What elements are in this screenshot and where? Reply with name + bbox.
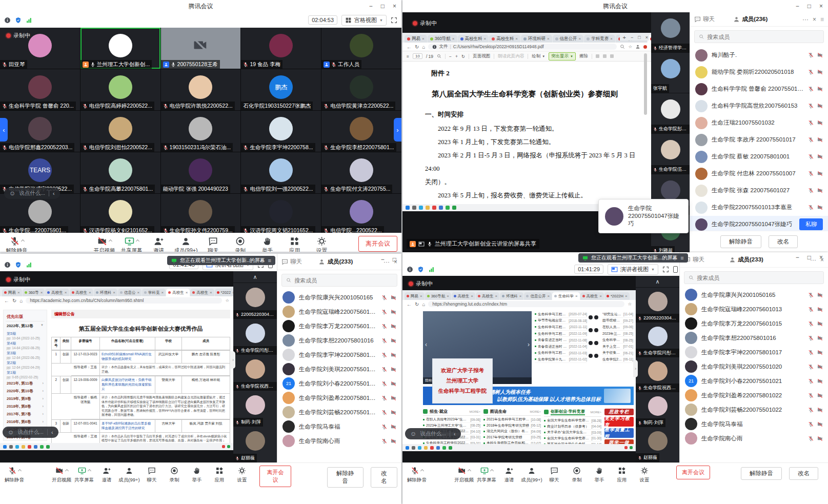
member-row[interactable]: 生命学院刘盈希220075801022	[680, 388, 828, 402]
toolbar-button[interactable]: 设置	[308, 236, 335, 252]
search-input[interactable]	[707, 34, 819, 40]
video-tile[interactable]: 2007550128王希	[161, 28, 241, 69]
news-item[interactable]: 毕节市电视台宣传网报到现场“与你童行...[2018-08-18]	[535, 318, 587, 325]
wechat-icon[interactable]	[40, 445, 44, 449]
more-tools-icon[interactable]	[610, 54, 614, 58]
leave-meeting-button[interactable]: 离开会议	[358, 236, 397, 252]
minimize-button[interactable]: −	[369, 3, 373, 10]
browser-tab[interactable]: 360导航×	[428, 35, 457, 43]
maximize-button[interactable]: □	[393, 256, 396, 263]
promo-banner[interactable]: 两学一做	[604, 439, 634, 444]
wechat-icon[interactable]	[446, 206, 450, 210]
toolbar-button[interactable]: 聊天	[140, 466, 163, 483]
home-icon[interactable]: ⌂	[19, 298, 23, 304]
volume-toggle[interactable]: 2022年, 第12卷▼	[6, 321, 45, 331]
search-icon[interactable]	[9, 445, 13, 449]
member-row[interactable]: 生命学院寇瑞峰220075601013	[277, 305, 401, 319]
app-blue-icon[interactable]	[436, 446, 440, 450]
fullscreen-icon[interactable]	[391, 17, 397, 24]
browser-tab[interactable]: 学科竞赛×	[584, 35, 615, 43]
browser-tab[interactable]: 网易×	[2, 289, 22, 296]
news-item[interactable]: “研究生论坛”暨“青年教...[11-04]	[602, 311, 633, 318]
rename-button[interactable]: 改名	[769, 235, 798, 248]
browser-tab[interactable]: 高校生×	[580, 292, 604, 300]
close-button[interactable]: ×	[393, 3, 396, 10]
issue-link[interactable]: 第2期 pp: 12-64 (2022-04-29)	[6, 360, 45, 370]
app-blue-icon[interactable]	[439, 206, 443, 210]
pdf-search-icon[interactable]	[437, 54, 441, 58]
browser-tab[interactable]: 信息公开×	[524, 292, 552, 300]
browser-tab[interactable]: 环境科研×	[521, 35, 552, 43]
unmute-button[interactable]: 解除静音	[327, 467, 363, 488]
erase-button[interactable]: 擦除	[579, 53, 588, 59]
edge-icon[interactable]	[418, 446, 421, 450]
member-row[interactable]: 生命学院康兴兴2001050165	[680, 288, 828, 302]
browser-tab[interactable]: 学科竞×	[142, 289, 166, 296]
video-tile[interactable]: 兰州理工大学创新创...	[80, 28, 160, 69]
member-row[interactable]: 21 生命学院刘小春220075501021	[680, 374, 828, 388]
reload-icon[interactable]: ↻	[415, 301, 419, 307]
news-item[interactable]: 生命学院2020级研究生（生...[06-11]	[602, 356, 633, 363]
rotate-icon[interactable]: ↻	[461, 54, 465, 59]
video-thumbnail[interactable]: 制药·刘萍	[233, 391, 277, 427]
video-tile[interactable]: 电信学院高婷婷2200522...	[80, 69, 160, 110]
issue-link[interactable]: 第5期 pp: 10-64 (2022-10-25)	[6, 331, 45, 340]
browser-minimize-button[interactable]: −	[631, 35, 633, 40]
toolbar-button[interactable]: 录制	[566, 466, 588, 483]
news-item[interactable]: 2023年兰州理工大学“生物...[08-25]	[602, 331, 633, 337]
news-item[interactable]: 生命科学与工程学院举办第十七期“研究...[2022-11-09]	[535, 331, 587, 337]
member-row[interactable]: 生命学院刘盈希220075801022	[277, 391, 401, 405]
video-thumbnail[interactable]: 赵丽薇	[233, 427, 277, 462]
toolbar-button[interactable]: 开启视频	[50, 466, 73, 483]
toolbar-button[interactable]: 设置	[633, 466, 656, 483]
news-item[interactable]: 本科生导师制工作目标和导师...[12-07]	[483, 440, 541, 444]
chrome-icon[interactable]	[430, 446, 434, 450]
tab-close-icon[interactable]: ×	[422, 36, 425, 41]
search-input[interactable]	[294, 277, 393, 284]
toolbar-button[interactable]: 邀请	[145, 236, 172, 252]
home-icon[interactable]: ⌂	[422, 301, 425, 307]
highlight-button[interactable]: 突出显示▼	[549, 52, 576, 61]
browser-tab[interactable]: 信息公×	[118, 289, 142, 296]
video-thumbnail[interactable]: 赵丽薇	[636, 427, 679, 462]
browser-tab[interactable]: 高校生×	[452, 292, 475, 300]
member-row[interactable]: 生命科学学院 曾馨俞 220075501044	[690, 80, 828, 97]
issue-link[interactable]: 第4期 pp: 14-64 (2022-08-25)	[6, 340, 45, 350]
collapse-chevron-icon[interactable]: ‹	[51, 429, 53, 435]
toolbar-button[interactable]: 解除静音	[3, 236, 30, 252]
toolbar-button[interactable]: 成员(99+)	[172, 236, 199, 252]
video-thumbnail[interactable]: 张宇航	[651, 53, 690, 93]
toolbar-button[interactable]: 解除静音	[3, 466, 26, 483]
video-tile[interactable]: 工作人员	[321, 28, 401, 69]
news-item[interactable]: 2017年学院考研光荣榜[03-25]	[483, 435, 541, 441]
read-aloud-button[interactable]: 朗读此页内容	[498, 53, 524, 59]
news-item[interactable]: 生命科学与工程学院举办第十八期“研究...[2022-11-11]	[535, 324, 587, 331]
app-green-icon[interactable]	[46, 445, 50, 449]
chrome-icon[interactable]	[28, 445, 31, 449]
chat-quick-input[interactable]: ☺ 说点什么...‹	[4, 188, 60, 199]
browser-tab[interactable]: 环境科×	[94, 289, 117, 296]
member-row[interactable]: 生命学院 张森 220075601027	[690, 182, 828, 199]
tray-red-icon[interactable]	[222, 445, 225, 448]
member-row[interactable]: 生命学院 蔡敏 220075801001	[690, 148, 828, 165]
panel-menu-icon[interactable]: ≡	[820, 16, 824, 23]
toolbar-button[interactable]: 应用	[611, 466, 633, 483]
news-item[interactable]: 2018年生命学院考研光荣榜[06-12]	[483, 423, 541, 429]
toolbar-button[interactable]: 开启视频	[91, 236, 118, 252]
more-link[interactable]: MORE>	[530, 410, 541, 413]
app-green-icon[interactable]	[449, 446, 452, 450]
member-row[interactable]: 生命学院 付忠林 220075501007	[690, 165, 828, 182]
member-row[interactable]: 生命学院刘芸畅220075501022	[277, 405, 401, 419]
rename-button[interactable]: 改名	[371, 467, 397, 488]
windows-icon[interactable]	[3, 445, 7, 449]
windows-icon[interactable]	[406, 206, 410, 210]
issue-link[interactable]: 第1期 pp: 0-65 (2022-02-25)	[6, 370, 45, 379]
news-item[interactable]: 青春奋进正当时 同心聚力共抗疫—生命学...[2022-11-04]	[535, 344, 587, 350]
more-link[interactable]: MORE>	[590, 411, 601, 414]
toolbar-button[interactable]: 共享屏幕	[118, 236, 145, 252]
member-row[interactable]: 梅川酷子.	[690, 47, 828, 64]
browser-tab[interactable]: 网易×	[405, 292, 425, 300]
more-options-icon[interactable]: ···	[802, 16, 809, 23]
video-tile[interactable]: 生命学院李宇坤2200758...	[241, 111, 321, 152]
member-row[interactable]: 生命学院 李政序 220075501017	[690, 131, 828, 148]
